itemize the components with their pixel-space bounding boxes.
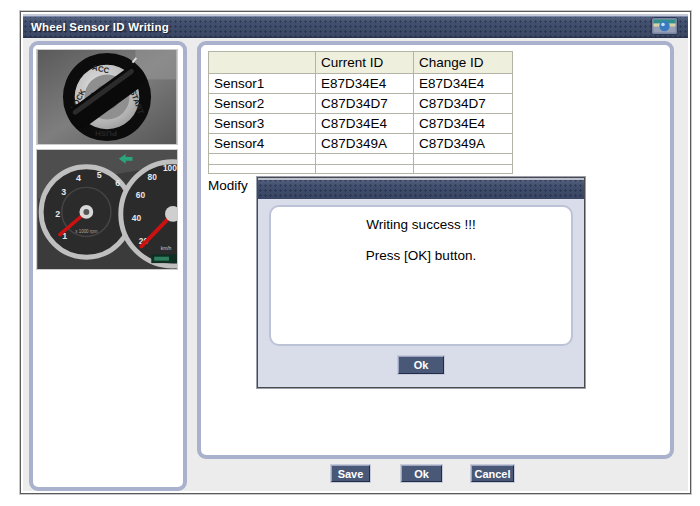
modify-label: Modify (208, 178, 248, 193)
table-header-row: Current ID Change ID (209, 52, 513, 74)
header-blank (209, 52, 316, 74)
sensor1-label: Sensor1 (209, 74, 316, 94)
dialog-message-line2: Press [OK] button. (271, 248, 571, 263)
svg-text:80: 80 (148, 172, 158, 182)
dialog-message-box: Writing success !!! Press [OK] button. (269, 205, 573, 346)
table-empty-row (209, 154, 513, 165)
sensor-id-table: Current ID Change ID Sensor1 E87D34E4 E8… (208, 51, 513, 174)
window-title: Wheel Sensor ID Writing (31, 21, 169, 33)
dialog-message-line1: Writing success !!! (271, 217, 571, 232)
screenshot-camera-icon[interactable] (651, 17, 678, 35)
left-image-panel: LOCK ACC START PUSH 1 2 (29, 41, 187, 491)
svg-text:60: 60 (136, 190, 146, 200)
sensor2-change-id[interactable]: C87D34D7 (414, 94, 513, 114)
table-row-sensor1[interactable]: Sensor1 E87D34E4 E87D34E4 (209, 74, 513, 94)
svg-text:40: 40 (132, 213, 142, 223)
sensor1-change-id[interactable]: E87D34E4 (414, 74, 513, 94)
tachometer-unit-label: x 1000 rpm (75, 229, 97, 234)
cancel-button[interactable]: Cancel (471, 465, 514, 482)
wheel-sensor-id-writing-window: Wheel Sensor ID Writing (20, 11, 691, 494)
sensor3-change-id[interactable]: C87D34E4 (414, 114, 513, 134)
sensor2-current-id: C87D34D7 (316, 94, 414, 114)
dialog-titlebar (258, 178, 584, 199)
ignition-key-photo: LOCK ACC START PUSH (36, 49, 178, 145)
save-button[interactable]: Save (331, 465, 370, 482)
dialog-ok-button[interactable]: Ok (398, 356, 444, 374)
sensor4-label: Sensor4 (209, 134, 316, 154)
sensor3-label: Sensor3 (209, 114, 316, 134)
table-empty-row (209, 165, 513, 174)
header-current-id: Current ID (316, 52, 414, 74)
writing-success-dialog: Writing success !!! Press [OK] button. O… (257, 177, 585, 388)
table-row-sensor2[interactable]: Sensor2 C87D34D7 C87D34D7 (209, 94, 513, 114)
svg-text:2: 2 (55, 209, 60, 219)
svg-text:5: 5 (97, 170, 102, 180)
table-row-sensor3[interactable]: Sensor3 C87D34E4 C87D34E4 (209, 114, 513, 134)
table-row-sensor4[interactable]: Sensor4 C87D349A C87D349A (209, 134, 513, 154)
svg-text:6: 6 (115, 178, 120, 188)
ok-button[interactable]: Ok (401, 465, 442, 482)
speedometer-unit-label: km/h (161, 246, 172, 251)
svg-text:3: 3 (61, 187, 66, 197)
window-titlebar: Wheel Sensor ID Writing (23, 14, 688, 38)
dashboard-gauges-photo: 1 2 3 4 5 6 x 1000 rpm 20 40 (36, 149, 178, 270)
ignition-push-label: PUSH (95, 129, 117, 138)
svg-text:4: 4 (76, 173, 81, 183)
sensor4-change-id[interactable]: C87D349A (414, 134, 513, 154)
sensor3-current-id: C87D34E4 (316, 114, 414, 134)
svg-text:100: 100 (163, 163, 177, 173)
sensor1-current-id: E87D34E4 (316, 74, 414, 94)
sensor4-current-id: C87D349A (316, 134, 414, 154)
sensor2-label: Sensor2 (209, 94, 316, 114)
header-change-id: Change ID (414, 52, 513, 74)
